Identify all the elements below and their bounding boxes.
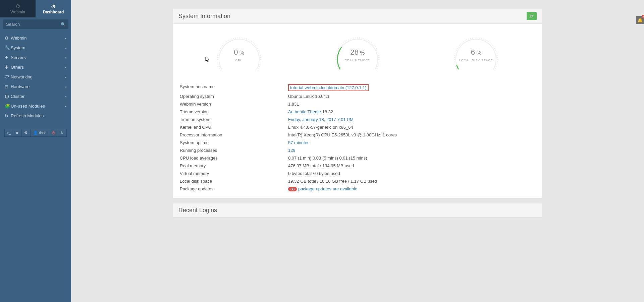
info-label: Local disk space xyxy=(180,179,288,184)
svg-line-3 xyxy=(218,65,219,65)
bottom-buttons: >_ ★ ⚒ 👤theo ⏻ ↻ xyxy=(0,129,71,137)
svg-line-77 xyxy=(365,39,365,40)
power-button[interactable]: ⏻ xyxy=(49,129,58,137)
svg-line-14 xyxy=(222,45,223,46)
sidebar-item-un-used-modules[interactable]: 🧩 Un-used Modules ◂ xyxy=(0,101,71,111)
user-button[interactable]: 👤theo xyxy=(31,129,49,137)
svg-line-76 xyxy=(363,38,363,39)
svg-line-13 xyxy=(221,47,222,47)
user-label: theo xyxy=(39,131,46,135)
svg-line-79 xyxy=(368,40,369,41)
svg-line-46 xyxy=(259,66,260,67)
svg-line-4 xyxy=(217,63,219,63)
gauge-real-memory: 28 % REAL MEMORY xyxy=(324,33,391,73)
notification-toggle[interactable]: 🔔 1 xyxy=(636,16,644,24)
tab-dashboard[interactable]: ◔ Dashboard xyxy=(36,0,71,17)
terminal-button[interactable]: >_ xyxy=(4,129,13,137)
nav-label: Refresh Modules xyxy=(11,113,66,118)
svg-line-50 xyxy=(337,68,339,69)
nav-label: Others xyxy=(11,65,65,70)
info-row: Real memory476.97 MB total / 134.95 MB u… xyxy=(180,162,535,170)
svg-line-99 xyxy=(456,68,457,69)
bookmark-button[interactable]: ★ xyxy=(13,129,22,137)
panel-header: Recent Logins xyxy=(173,203,542,218)
svg-line-63 xyxy=(340,45,341,46)
svg-line-133 xyxy=(493,47,494,47)
nav-icon: 🔧 xyxy=(5,45,11,50)
chevron-left-icon: ◂ xyxy=(65,75,66,79)
info-row: Local disk space19.32 GB total / 18.16 G… xyxy=(180,177,535,185)
svg-line-114 xyxy=(462,42,463,43)
chevron-left-icon: ◂ xyxy=(65,85,66,88)
nav-icon: 🧩 xyxy=(5,104,11,109)
svg-line-67 xyxy=(346,40,347,41)
sidebar-item-cluster[interactable]: ⏻ Cluster ◂ xyxy=(0,92,71,101)
svg-line-145 xyxy=(495,68,496,69)
webmin-logo-icon: ⌬ xyxy=(16,3,20,9)
sidebar-item-servers[interactable]: ✈ Servers ◂ xyxy=(0,53,71,62)
gauge-label: REAL MEMORY xyxy=(331,59,384,62)
svg-line-111 xyxy=(458,47,459,47)
info-value-link[interactable]: 129 xyxy=(288,148,296,153)
gauges-row: 0 % CPU 28 % REAL MEMORY 6 % LOCAL DISK … xyxy=(180,33,535,73)
info-value-text: 1.831 xyxy=(288,102,299,107)
svg-line-33 xyxy=(254,44,255,45)
svg-line-113 xyxy=(461,44,462,45)
tab-webmin[interactable]: ⌬ Webmin xyxy=(0,0,36,17)
svg-line-51 xyxy=(337,66,338,67)
recent-logins-panel: Recent Logins xyxy=(173,203,542,218)
user-icon: 👤 xyxy=(33,131,38,135)
refresh-icon: ⟳ xyxy=(530,13,534,19)
svg-line-35 xyxy=(256,47,257,47)
sidebar-item-others[interactable]: ✚ Others ◂ xyxy=(0,62,71,72)
sidebar-item-webmin[interactable]: ⚙ Webmin ◂ xyxy=(0,33,71,43)
refresh-sysinfo-button[interactable]: ⟳ xyxy=(527,12,537,20)
info-value-link[interactable]: Friday, January 13, 2017 7:01 PM xyxy=(288,117,354,122)
sidebar-item-system[interactable]: 🔧 System ◂ xyxy=(0,43,71,53)
svg-line-19 xyxy=(230,39,230,41)
svg-line-143 xyxy=(496,65,497,65)
info-value-text: 0.07 (1 min) 0.03 (5 mins) 0.01 (15 mins… xyxy=(288,156,367,161)
info-value-link[interactable]: tutorial-webmin.localdomain (127.0.1.1) xyxy=(288,84,369,91)
info-label: Kernel and CPU xyxy=(180,125,288,130)
nav-icon: ⊟ xyxy=(5,84,11,89)
info-value-link[interactable]: package updates are available xyxy=(298,186,357,191)
svg-line-146 xyxy=(494,70,495,70)
svg-line-75 xyxy=(361,38,362,39)
sidebar-item-refresh-modules[interactable]: ↻ Refresh Modules xyxy=(0,111,71,121)
info-value-text: 0 bytes total / 0 bytes used xyxy=(288,171,340,176)
info-value-link[interactable]: Authentic Theme xyxy=(288,109,321,114)
panel-title: Recent Logins xyxy=(178,207,217,214)
info-value-text: Ubuntu Linux 16.04.1 xyxy=(288,94,330,99)
nav-label: Webmin xyxy=(11,36,65,41)
svg-line-69 xyxy=(350,39,350,40)
chevron-left-icon: ◂ xyxy=(65,95,66,98)
info-row: Theme versionAuthentic Theme 18.32 xyxy=(180,108,535,116)
svg-line-78 xyxy=(366,39,367,41)
info-row: Virtual memory0 bytes total / 0 bytes us… xyxy=(180,170,535,177)
sidebar-item-hardware[interactable]: ⊟ Hardware ◂ xyxy=(0,82,71,92)
panel-title: System Information xyxy=(178,13,230,20)
svg-line-34 xyxy=(255,45,256,46)
dashboard-icon: ◔ xyxy=(51,3,55,9)
info-row: Package updates38 package updates are av… xyxy=(180,185,535,193)
svg-line-1 xyxy=(219,68,220,69)
info-row: System uptime57 minutes xyxy=(180,139,535,146)
info-row: Kernel and CPULinux 4.4.0-57-generic on … xyxy=(180,123,535,131)
share-button[interactable]: ⚒ xyxy=(22,129,31,137)
chevron-left-icon: ◂ xyxy=(65,105,66,108)
svg-line-127 xyxy=(485,39,486,41)
sidebar-tabs: ⌬ Webmin ◔ Dashboard xyxy=(0,0,71,17)
svg-line-20 xyxy=(231,39,232,40)
nav-icon: 🛡 xyxy=(5,74,11,79)
info-value-link[interactable]: 57 minutes xyxy=(288,140,310,145)
sidebar-item-networking[interactable]: 🛡 Networking ◂ xyxy=(0,72,71,82)
info-row: CPU load averages0.07 (1 min) 0.03 (5 mi… xyxy=(180,154,535,162)
svg-line-2 xyxy=(218,66,220,67)
search-input[interactable] xyxy=(3,19,68,29)
svg-line-30 xyxy=(250,40,250,41)
refresh-button[interactable]: ↻ xyxy=(58,129,67,137)
svg-line-95 xyxy=(377,66,378,67)
info-row: Running processes129 xyxy=(180,146,535,154)
info-label: Time on system xyxy=(180,117,288,122)
